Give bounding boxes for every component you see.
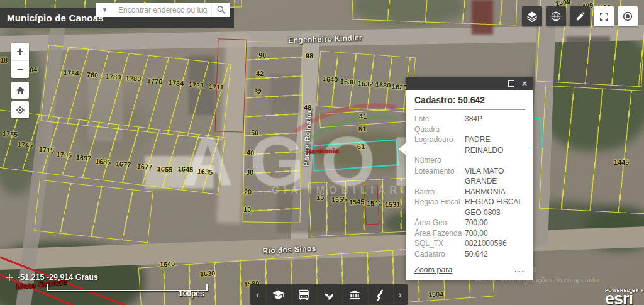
basemap-button[interactable] [546, 6, 566, 26]
popup-field-value: 700,00 [465, 218, 488, 228]
parcel-label: 1734 [168, 79, 184, 87]
parcel-label: 1685 [95, 157, 111, 166]
parcel-label: 1697 [75, 153, 91, 162]
parcel-label: 50 [251, 129, 258, 136]
maximize-icon[interactable] [508, 80, 514, 87]
parcel-label: 20 [244, 188, 252, 196]
popup-field-label: Logradouro [414, 135, 465, 155]
transit-button[interactable] [297, 289, 310, 301]
zoom-in-button[interactable]: + [11, 43, 29, 60]
parcel-label: 1770 [147, 77, 162, 85]
more-options-icon[interactable]: ... [514, 265, 525, 274]
parcel-label: 1655 [157, 165, 172, 174]
fullscreen-button[interactable] [594, 6, 614, 26]
zoom-control: + − [11, 43, 29, 78]
parcel-label: 1630 [199, 269, 215, 278]
chevron-down-icon: ▼ [102, 6, 108, 13]
zoom-to-link[interactable]: Zoom para [414, 265, 452, 274]
popup-field-row: Quadra [414, 125, 525, 135]
layers-icon [526, 11, 538, 22]
popup-field-value: 0821000596 [465, 238, 507, 249]
popup-field-row: Região FiscalREGIAO FISCAL GEO 0803 [414, 197, 525, 218]
overview-button[interactable] [618, 6, 638, 26]
toolbar-next-chevron-icon[interactable]: › [399, 290, 402, 300]
education-button[interactable] [272, 288, 285, 301]
popup-field-row: Cadastro50.642 [414, 249, 525, 260]
scale-label: 100pés [179, 289, 204, 298]
search-input[interactable] [114, 3, 211, 17]
popup-field-label: SQL_TX [414, 238, 465, 249]
parcel-label: 1645 [177, 165, 193, 174]
zoom-out-button[interactable]: − [11, 61, 29, 79]
popup-title: Cadastro: 50.642 [414, 95, 525, 110]
parcel-label: 1635 [197, 167, 213, 176]
popup-field-row: LogradouroPADRE REINALDO [414, 135, 525, 155]
toolbar-prev-chevron-icon[interactable]: ‹ [256, 290, 259, 300]
parcel-label: 42 [256, 70, 264, 77]
popup-field-row: BairroHARMONIA [414, 187, 525, 197]
parcel-label: 1555 [331, 196, 347, 204]
parcel-label: 1640 [322, 75, 338, 83]
search-source-dropdown[interactable]: ▼ [96, 3, 114, 17]
close-icon[interactable]: ✕ [521, 80, 528, 87]
parcel-label: 1504 [428, 290, 443, 298]
crosshair-icon[interactable] [5, 273, 14, 282]
popup-field-row: SQL_TX0821000596 [414, 238, 525, 249]
parcel-label: 98 [306, 52, 313, 60]
home-icon [16, 86, 25, 95]
parcel-label: 1677 [115, 160, 131, 169]
popup-field-label: Número [414, 155, 465, 166]
museum-button[interactable] [348, 289, 361, 301]
popup-body: Cadastro: 50.642 Lote384PQuadraLogradour… [406, 90, 533, 280]
parcel-label: 1780 [125, 74, 141, 82]
feature-popup: ✕ Cadastro: 50.642 Lote384PQuadraLogrado… [406, 77, 533, 280]
parks-button[interactable] [323, 289, 335, 301]
seedling-icon [323, 289, 335, 301]
popup-field-value: VILA MATO GRANDE [465, 166, 525, 187]
parcel-label: 1755 [2, 130, 18, 138]
popup-callout-arrow [399, 143, 406, 155]
parcel-label: 1630 [375, 80, 391, 89]
measure-button[interactable] [570, 6, 590, 26]
popup-field-value: 700,00 [465, 228, 488, 239]
coordinates-text: -51,215 -29,914 Graus [18, 273, 98, 282]
popup-footer: Zoom para ... [414, 265, 525, 274]
parcel-label: 1784 [63, 69, 79, 77]
popup-field-label: Quadra [414, 125, 465, 135]
parcel-label: 1715 [38, 145, 54, 154]
parcel-label: 61 [357, 143, 365, 151]
fullscreen-icon [599, 11, 609, 22]
popup-field-label: Loteamento [414, 166, 465, 187]
pencil-icon [575, 11, 586, 22]
trail-button[interactable] [374, 289, 386, 301]
theme-toolbar: ‹ › [250, 284, 408, 305]
search-icon [216, 5, 226, 14]
parcel-label: 1531 [385, 201, 401, 209]
parcel-label: 1745 [17, 140, 33, 149]
parcel-label: 1705 [56, 150, 72, 159]
app-title: Município de Canoas [0, 13, 104, 23]
parcel-label: 1626 [391, 82, 407, 91]
popup-field-row: Área Fazenda700,00 [414, 228, 525, 239]
parcel-label: 1711 [209, 82, 224, 91]
esri-attribution: POWERED BY ● esri [605, 288, 643, 305]
popup-field-label: Cadastro [414, 249, 465, 260]
popup-field-row: Área Geo700,00 [414, 218, 525, 228]
home-button[interactable] [11, 82, 29, 99]
popup-field-label: Área Fazenda [414, 228, 465, 239]
popup-field-value: REGIAO FISCAL GEO 0803 [465, 197, 525, 218]
layers-button[interactable] [522, 6, 542, 26]
parcel-label: 1780 [105, 72, 121, 80]
parcel-label: 10 [243, 206, 251, 213]
popup-field-row: Número [414, 155, 525, 166]
search-button[interactable] [211, 3, 230, 17]
winding-trail-icon [374, 289, 386, 301]
popup-field-row: Lote384P [414, 114, 525, 125]
parcel-block [539, 86, 644, 214]
parcel-label: 1545 [349, 198, 365, 206]
parcel-label: 1638 [340, 77, 355, 86]
parcel-label: 90 [258, 52, 266, 59]
globe-icon [550, 11, 562, 22]
map-canvas[interactable]: AGOPA CIA IMOBILIÁRIA Ativar o Windows A… [0, 0, 644, 305]
locate-button[interactable] [11, 101, 29, 118]
